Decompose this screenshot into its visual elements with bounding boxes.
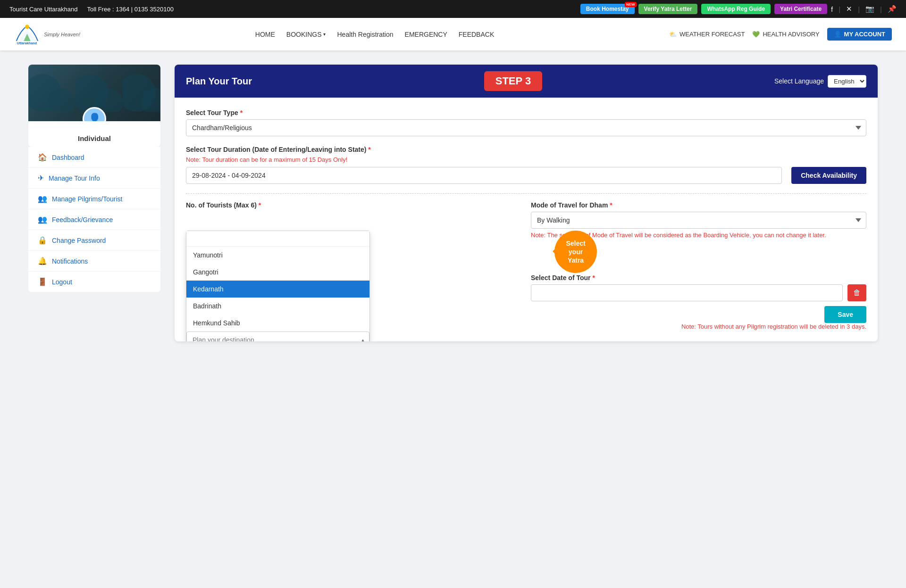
sidebar-item-notifications[interactable]: 🔔 Notifications bbox=[28, 251, 160, 272]
chevron-down-icon: ▾ bbox=[323, 32, 326, 37]
tour-duration-note: Note: Tour duration can be for a maximum… bbox=[186, 156, 866, 163]
tour-duration-group: Select Tour Duration (Date of Entering/L… bbox=[186, 146, 866, 184]
select-yatra-tooltip: Select your Yatra bbox=[554, 231, 597, 273]
pinterest-icon[interactable]: 📌 bbox=[888, 5, 897, 13]
tour-type-label: Select Tour Type * bbox=[186, 109, 866, 116]
date-range-col bbox=[186, 167, 782, 184]
language-select[interactable]: English Hindi bbox=[828, 75, 866, 88]
yatra-dropdown: Yamunotri Gangotri Kedarnath Badrinath H… bbox=[186, 231, 370, 341]
yatra-option-hemkund[interactable]: Hemkund Sahib bbox=[186, 315, 369, 331]
check-availability-col: Check Availability bbox=[791, 167, 866, 184]
yatra-option-badrinath[interactable]: Badrinath bbox=[186, 298, 369, 315]
select-language-label: Select Language bbox=[774, 77, 824, 85]
nav-health-registration[interactable]: Health Registration bbox=[337, 31, 393, 38]
profile-banner: 👤 bbox=[28, 65, 160, 121]
topbar: Tourist Care Uttarakhand Toll Free : 136… bbox=[0, 0, 906, 18]
new-badge: NEW bbox=[625, 2, 637, 7]
group-icon: 👥 bbox=[38, 194, 47, 203]
destination-input[interactable] bbox=[191, 332, 361, 341]
no-tourists-label: No. of Tourists (Max 6) * bbox=[186, 201, 521, 209]
delete-button[interactable]: 🗑 bbox=[847, 284, 866, 301]
tour-duration-label: Select Tour Duration (Date of Entering/L… bbox=[186, 146, 866, 153]
divider bbox=[186, 193, 866, 194]
mode-travel-label: Mode of Travel for Dham * bbox=[531, 201, 866, 209]
weather-forecast-button[interactable]: ⛅ WEATHER FORECAST bbox=[669, 31, 745, 38]
instagram-icon[interactable]: 📷 bbox=[865, 5, 874, 13]
book-homestay-button[interactable]: Book Homestay NEW bbox=[580, 4, 635, 14]
nav-bookings[interactable]: BOOKINGS ▾ bbox=[286, 31, 326, 38]
date-of-tour-input[interactable] bbox=[531, 284, 843, 301]
yatra-option-gangotri[interactable]: Gangotri bbox=[186, 264, 369, 281]
verify-yatra-button[interactable]: Verify Yatra Letter bbox=[638, 4, 698, 14]
bell-icon: 🔔 bbox=[38, 257, 47, 265]
nav-home[interactable]: HOME bbox=[255, 31, 275, 38]
yatra-option-yamunotri[interactable]: Yamunotri bbox=[186, 247, 369, 264]
sidebar-menu: 🏠 Dashboard ✈ Manage Tour Info 👥 Manage … bbox=[28, 147, 160, 292]
sidebar-item-manage-pilgrims[interactable]: 👥 Manage Pilgrims/Tourist bbox=[28, 189, 160, 209]
weather-icon: ⛅ bbox=[669, 31, 677, 38]
language-selector-area: Select Language English Hindi bbox=[774, 75, 866, 88]
plan-body: Select Tour Type * Chardham/Religious Ad… bbox=[175, 98, 878, 341]
yatra-search-input[interactable] bbox=[186, 231, 369, 247]
sidebar-item-change-password[interactable]: 🔒 Change Password bbox=[28, 230, 160, 251]
feedback-icon: 👥 bbox=[38, 215, 47, 224]
sidebar-item-feedback[interactable]: 👥 Feedback/Grievance bbox=[28, 209, 160, 230]
nav-feedback[interactable]: FEEDBACK bbox=[459, 31, 494, 38]
plan-card: Plan Your Tour STEP 3 Select Language En… bbox=[175, 65, 878, 341]
avatar: 👤 bbox=[83, 107, 106, 121]
sidebar-item-manage-tour[interactable]: ✈ Manage Tour Info bbox=[28, 168, 160, 189]
sidebar: 👤 Individual 🏠 Dashboard ✈ Manage Tour I… bbox=[28, 65, 160, 580]
uttarakhand-logo: Uttarakhand bbox=[14, 22, 40, 47]
header-right: ⛅ WEATHER FORECAST 💚 HEALTH ADVISORY 👤 M… bbox=[669, 28, 892, 41]
date-delete-row: 🗑 bbox=[531, 284, 866, 301]
plane-icon: ✈ bbox=[38, 174, 44, 182]
user-icon: 👤 bbox=[834, 31, 841, 38]
logo-area: Uttarakhand Simply Heaven! bbox=[14, 22, 80, 47]
logout-icon: 🚪 bbox=[38, 277, 47, 286]
main-nav: HOME BOOKINGS ▾ Health Registration EMER… bbox=[255, 31, 494, 38]
lock-icon: 🔒 bbox=[38, 236, 47, 245]
main-content: 👤 Individual 🏠 Dashboard ✈ Manage Tour I… bbox=[0, 50, 906, 588]
date-range-input[interactable] bbox=[186, 167, 782, 184]
logo-subtext: Simply Heaven! bbox=[44, 32, 80, 37]
mode-travel-select[interactable]: By Walking By Vehicle By Helicopter bbox=[531, 212, 866, 229]
content-area: Plan Your Tour STEP 3 Select Language En… bbox=[175, 65, 878, 580]
facebook-icon[interactable]: f bbox=[831, 5, 833, 13]
profile-card: 👤 Individual bbox=[28, 65, 160, 147]
select-date-label: Select Date of Tour * bbox=[531, 274, 866, 282]
sidebar-item-dashboard[interactable]: 🏠 Dashboard bbox=[28, 147, 160, 168]
step-badge: STEP 3 bbox=[484, 71, 542, 91]
health-advisory-button[interactable]: 💚 HEALTH ADVISORY bbox=[752, 31, 819, 38]
health-icon: 💚 bbox=[752, 31, 760, 38]
plan-header: Plan Your Tour STEP 3 Select Language En… bbox=[175, 65, 878, 98]
svg-text:Uttarakhand: Uttarakhand bbox=[17, 41, 37, 45]
plan-title: Plan Your Tour bbox=[186, 76, 252, 87]
topbar-right: Book Homestay NEW Verify Yatra Letter Wh… bbox=[580, 4, 897, 14]
date-check-row: Check Availability bbox=[186, 167, 866, 184]
profile-name: Individual bbox=[28, 121, 160, 147]
my-account-button[interactable]: 👤 MY ACCOUNT bbox=[827, 28, 892, 41]
twitter-icon[interactable]: ✕ bbox=[846, 5, 852, 13]
yatra-option-kedarnath[interactable]: Kedarnath bbox=[186, 281, 369, 298]
tourists-travel-row: No. of Tourists (Max 6) * Yamunotri Gang… bbox=[186, 201, 866, 239]
whatsapp-button[interactable]: WhatsApp Reg Guide bbox=[701, 4, 771, 14]
topbar-left: Tourist Care Uttarakhand Toll Free : 136… bbox=[9, 6, 174, 13]
svg-point-1 bbox=[25, 25, 29, 29]
header: Uttarakhand Simply Heaven! HOME BOOKINGS… bbox=[0, 18, 906, 50]
dropdown-arrow-icon: ▲ bbox=[361, 338, 365, 342]
brand-name: Tourist Care Uttarakhand bbox=[9, 6, 78, 13]
bottom-note: Note: Tours without any Pilgrim registra… bbox=[531, 323, 866, 330]
tour-type-select[interactable]: Chardham/Religious Adventure Eco Tourism… bbox=[186, 119, 866, 136]
nav-emergency[interactable]: EMERGENCY bbox=[405, 31, 447, 38]
tourists-col: No. of Tourists (Max 6) * Yamunotri Gang… bbox=[186, 201, 521, 212]
yatri-cert-button[interactable]: Yatri Certificate bbox=[774, 4, 827, 14]
destination-input-row: ▲ bbox=[186, 331, 369, 341]
sidebar-item-logout[interactable]: 🚪 Logout bbox=[28, 272, 160, 292]
tollfree: Toll Free : 1364 | 0135 3520100 bbox=[87, 6, 174, 13]
tour-type-group: Select Tour Type * Chardham/Religious Ad… bbox=[186, 109, 866, 136]
social-icons: f | ✕ | 📷 | 📌 bbox=[831, 5, 897, 13]
date-save-col: Select Date of Tour * 🗑 Save Note: Tours… bbox=[531, 274, 866, 330]
home-icon: 🏠 bbox=[38, 153, 47, 162]
save-button[interactable]: Save bbox=[824, 306, 866, 323]
check-availability-button[interactable]: Check Availability bbox=[791, 167, 866, 184]
